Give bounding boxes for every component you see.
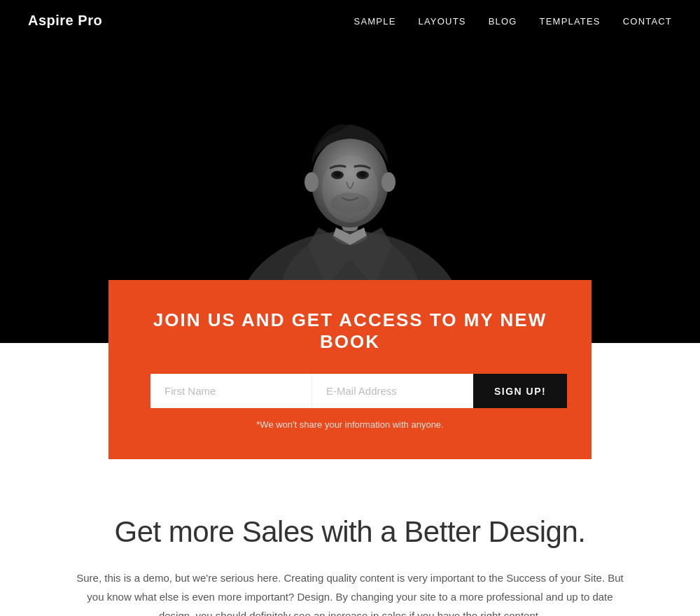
cta-section: JOIN US AND GET ACCESS TO MY NEW BOOK SI… xyxy=(108,280,592,459)
cta-form: SIGN UP! xyxy=(150,374,550,408)
cta-title: JOIN US AND GET ACCESS TO MY NEW BOOK xyxy=(150,309,550,353)
svg-point-9 xyxy=(304,172,318,192)
cta-disclaimer: *We won't share your information with an… xyxy=(150,419,550,430)
nav-item-layouts[interactable]: LAYOUTS xyxy=(419,15,466,27)
svg-point-6 xyxy=(334,172,341,177)
nav-item-sample[interactable]: SAMPLE xyxy=(354,15,396,27)
email-input[interactable] xyxy=(312,374,473,408)
nav-item-contact[interactable]: CONTACT xyxy=(623,15,672,27)
svg-point-10 xyxy=(382,172,396,192)
content-title: Get more Sales with a Better Design. xyxy=(70,515,630,549)
nav-item-templates[interactable]: TEMPLATES xyxy=(540,15,601,27)
nav-item-blog[interactable]: BLOG xyxy=(489,15,517,27)
site-logo[interactable]: Aspire Pro xyxy=(28,13,102,29)
svg-point-7 xyxy=(359,172,366,177)
site-header: Aspire Pro SAMPLE LAYOUTS BLOG TEMPLATES… xyxy=(0,0,700,41)
main-nav: SAMPLE LAYOUTS BLOG TEMPLATES CONTACT xyxy=(354,15,672,27)
signup-button[interactable]: SIGN UP! xyxy=(473,374,567,408)
svg-point-8 xyxy=(330,192,370,214)
content-body: Sure, this is a demo, but we're serious … xyxy=(70,568,630,616)
content-section: Get more Sales with a Better Design. Sur… xyxy=(0,459,700,616)
first-name-input[interactable] xyxy=(150,374,312,408)
